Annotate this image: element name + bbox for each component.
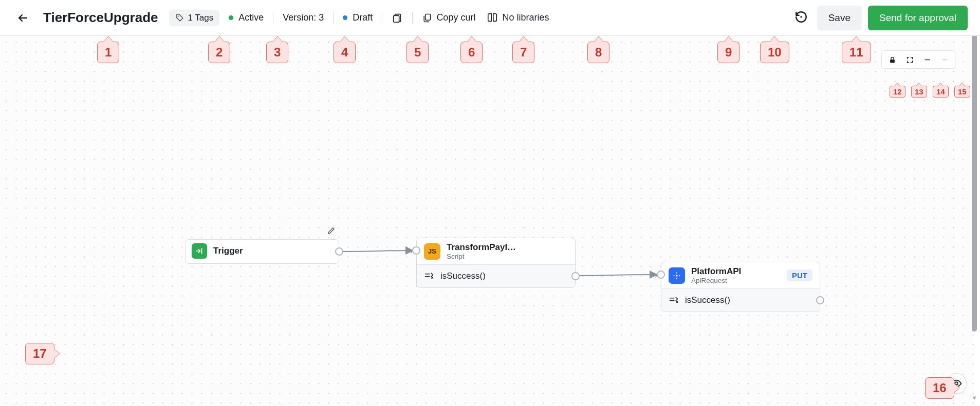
condition-text: isSuccess() (440, 271, 486, 281)
node-title: TransformPayl… (447, 242, 568, 253)
page-title: TierForceUpgrade (43, 10, 158, 26)
condition-text: isSuccess() (685, 295, 730, 305)
svg-point-7 (679, 275, 680, 276)
node-trigger[interactable]: Trigger (185, 239, 339, 264)
copy-icon (422, 13, 432, 23)
pencil-icon (327, 226, 336, 235)
plus-icon (941, 56, 949, 64)
node-api[interactable]: PlatformAPI ApiRequest PUT isSuccess() (661, 262, 820, 312)
condition-icon (669, 295, 679, 305)
scroll-down-icon: ▼ (972, 395, 977, 401)
divider (333, 12, 334, 24)
node-condition-row: isSuccess() (661, 288, 820, 312)
output-port[interactable] (816, 296, 824, 304)
arrow-left-icon (16, 12, 29, 24)
status-dot-green (229, 15, 233, 20)
trigger-icon (192, 243, 207, 259)
input-port[interactable] (657, 270, 665, 279)
svg-point-9 (676, 278, 677, 279)
api-icon (669, 267, 685, 284)
header: TierForceUpgrade 1 Tags Active Version: … (0, 0, 980, 36)
lock-icon (889, 56, 896, 64)
status-dot-blue (343, 15, 347, 20)
svg-point-0 (178, 16, 179, 17)
status-draft: Draft (343, 12, 373, 23)
tags-label: 1 Tags (188, 13, 213, 23)
tags-chip[interactable]: 1 Tags (169, 10, 219, 26)
vertical-scrollbar[interactable]: ▲ ▲ ▼ (971, 5, 978, 401)
svg-rect-10 (890, 59, 895, 62)
svg-point-11 (955, 382, 958, 385)
scrollbar-thumb[interactable] (972, 18, 977, 332)
divider (273, 12, 273, 24)
lock-button[interactable] (884, 53, 900, 66)
svg-point-6 (674, 275, 675, 276)
edges-layer (0, 36, 974, 406)
svg-rect-2 (394, 15, 399, 22)
svg-point-5 (676, 275, 677, 276)
no-libraries-button[interactable]: No libraries (487, 12, 549, 24)
zoom-out-button[interactable] (919, 53, 935, 66)
book-icon (487, 12, 498, 24)
version-label: Version: 3 (283, 12, 324, 23)
node-subtitle: ApiRequest (691, 277, 781, 284)
node-condition-row: isSuccess() (417, 264, 575, 287)
minus-icon (923, 56, 931, 64)
svg-rect-3 (426, 14, 431, 20)
scrollbar-track[interactable] (971, 16, 978, 395)
preview-button[interactable] (946, 373, 967, 394)
workflow-canvas[interactable]: Trigger JS TransformPayl… Script isSucce… (0, 36, 974, 406)
divider (382, 12, 382, 24)
canvas-toolbar (881, 50, 955, 69)
js-icon: JS (424, 243, 440, 260)
condition-icon (424, 271, 434, 281)
eye-icon (951, 378, 962, 389)
svg-point-4 (800, 16, 802, 17)
history-button[interactable] (794, 10, 808, 26)
divider (412, 12, 413, 24)
send-for-approval-button[interactable]: Send for approval (868, 6, 968, 30)
clipboard-button[interactable] (392, 12, 403, 24)
save-button[interactable]: Save (817, 6, 862, 30)
fullscreen-button[interactable] (901, 53, 918, 66)
fullscreen-icon (906, 56, 914, 64)
method-badge: PUT (787, 269, 812, 281)
node-script[interactable]: JS TransformPayl… Script isSuccess() (416, 238, 576, 288)
node-title: Trigger (213, 246, 243, 256)
tag-icon (175, 13, 184, 22)
output-port[interactable] (335, 247, 343, 256)
zoom-in-button[interactable] (936, 53, 953, 66)
status-active: Active (229, 12, 264, 23)
clipboard-icon (392, 12, 403, 24)
node-title: PlatformAPI (691, 266, 781, 277)
history-icon (794, 10, 808, 24)
svg-point-8 (676, 272, 677, 273)
copy-curl-button[interactable]: Copy curl (422, 12, 475, 23)
output-port[interactable] (571, 272, 580, 280)
back-button[interactable] (14, 10, 31, 26)
node-subtitle: Script (447, 253, 568, 260)
input-port[interactable] (412, 246, 420, 255)
edit-button[interactable] (327, 226, 336, 237)
